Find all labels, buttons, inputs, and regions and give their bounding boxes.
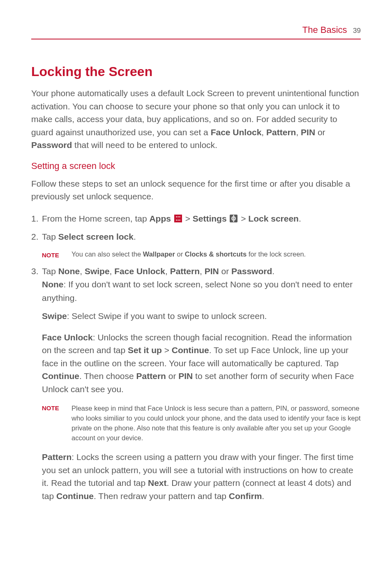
text: or (315, 127, 325, 137)
bold-text: Confirm (229, 491, 262, 501)
note-label: NOTE (42, 404, 71, 443)
page-header: The Basics 39 (31, 25, 361, 39)
note-text: You can also select the Wallpaper or Clo… (71, 250, 306, 260)
text: From the Home screen, tap (42, 214, 149, 223)
section-heading: Locking the Screen (31, 64, 361, 79)
bold-text: Pattern (42, 452, 71, 462)
option-pattern: Pattern: Locks the screen using a patter… (31, 451, 361, 502)
bold-text: Next (148, 478, 167, 488)
bold-text: Swipe (85, 266, 110, 276)
bold-text: Set it up (128, 345, 162, 355)
note-text: Please keep in mind that Face Unlock is … (71, 404, 361, 443)
subsection-intro: Follow these steps to set an unlock sequ… (31, 177, 361, 203)
text: . Then choose (79, 371, 136, 381)
bold-text: Wallpaper (143, 250, 175, 258)
bold-text: Settings (193, 214, 227, 223)
text: , (80, 266, 85, 276)
bold-text: Continue (42, 371, 79, 381)
header-page-number: 39 (353, 27, 361, 35)
apps-icon (174, 215, 182, 222)
step-item: Tap Select screen lock. NOTE You can als… (31, 230, 361, 260)
bold-text: Face Unlock (114, 266, 165, 276)
note-label: NOTE (42, 250, 71, 260)
bold-text: Face Unlock (42, 333, 93, 342)
bold-text: PIN (178, 371, 193, 381)
note-block: NOTE You can also select the Wallpaper o… (42, 250, 361, 260)
text: > (238, 214, 248, 223)
text: or (166, 371, 178, 381)
text: . Then redraw your pattern and tap (94, 491, 229, 501)
text: , (261, 127, 266, 137)
text: Tap (42, 232, 58, 241)
option-swipe: Swipe: Select Swipe if you want to swipe… (31, 310, 361, 323)
bold-text: None (58, 266, 80, 276)
bold-text: Select screen lock (58, 232, 134, 241)
section-intro: Your phone automatically uses a default … (31, 87, 361, 152)
steps-list: From the Home screen, tap Apps > Setting… (31, 212, 361, 305)
text: . (134, 232, 136, 241)
text: : If you don't want to set lock screen, … (42, 280, 353, 303)
text: , (200, 266, 205, 276)
text: , (165, 266, 170, 276)
text: , (110, 266, 115, 276)
text: You can also select the (71, 250, 143, 258)
text: for the lock screen. (247, 250, 306, 258)
text: > (185, 214, 193, 223)
bold-text: Password (31, 140, 72, 150)
text: , (296, 127, 301, 137)
option-face-unlock: Face Unlock: Unlocks the screen though f… (31, 331, 361, 396)
subsection-heading: Setting a screen lock (31, 161, 361, 171)
bold-text: Lock screen (248, 214, 299, 223)
bold-text: Continue (172, 345, 209, 355)
text: . (262, 491, 264, 501)
text: Tap (42, 266, 58, 276)
header-chapter-title: The Basics (302, 25, 347, 35)
text: : Select Swipe if you want to swipe to u… (67, 311, 267, 321)
text: . (299, 214, 301, 223)
bold-text: PIN (301, 127, 315, 137)
bold-text: None (42, 280, 64, 289)
bold-text: Swipe (42, 311, 67, 321)
text: or (219, 266, 231, 276)
bold-text: Face Unlock (211, 127, 262, 137)
step-item: From the Home screen, tap Apps > Setting… (31, 212, 361, 226)
bold-text: Pattern (136, 371, 166, 381)
bold-text: Continue (56, 491, 94, 501)
bold-text: Apps (149, 214, 171, 223)
note-block: NOTE Please keep in mind that Face Unloc… (31, 404, 361, 443)
bold-text: Pattern (170, 266, 200, 276)
text: or (175, 250, 185, 258)
bold-text: Pattern (266, 127, 296, 137)
settings-icon (230, 215, 238, 222)
step-item: Tap None, Swipe, Face Unlock, Pattern, P… (31, 265, 361, 305)
text: that will need to be entered to unlock. (72, 140, 217, 150)
bold-text: Clocks & shortcuts (185, 250, 247, 258)
bold-text: Password (231, 266, 272, 276)
bold-text: PIN (205, 266, 219, 276)
text: > (162, 345, 172, 355)
text: . (272, 266, 274, 276)
